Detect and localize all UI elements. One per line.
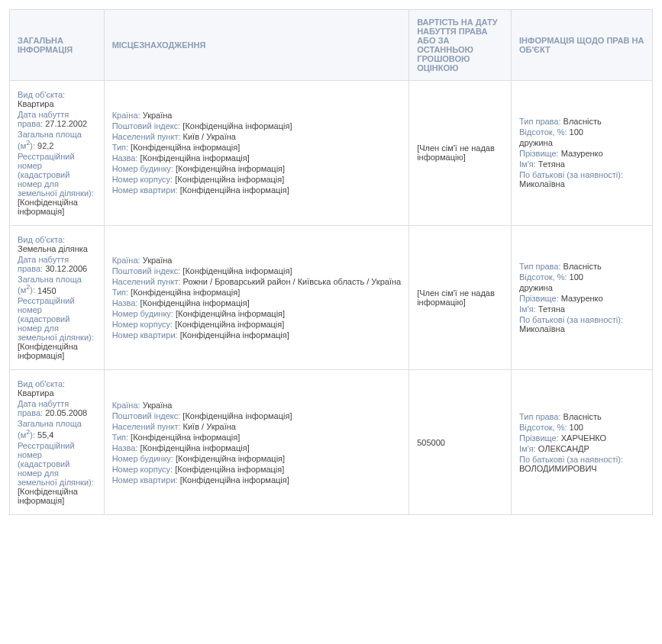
cell-rights: Тип права: Власність Відсоток, %: 100 др… xyxy=(512,225,653,370)
table-row: Вид об'єкта: Квартира Дата набуття права… xyxy=(10,81,653,226)
cell-location: Країна: Україна Поштовий індекс: [Конфід… xyxy=(104,225,409,370)
cell-location: Країна: Україна Поштовий індекс: [Конфід… xyxy=(104,81,409,226)
cell-general: Вид об'єкта: Земельна ділянка Дата набут… xyxy=(10,225,105,370)
cell-cost: 505000 xyxy=(409,370,512,515)
cell-rights: Тип права: Власність Відсоток, %: 100 др… xyxy=(512,81,653,226)
cell-rights: Тип права: Власність Відсоток, %: 100 Пр… xyxy=(512,370,653,515)
table-row: Вид об'єкта: Квартира Дата набуття права… xyxy=(10,370,653,515)
cell-general: Вид об'єкта: Квартира Дата набуття права… xyxy=(10,81,105,226)
cell-location: Країна: Україна Поштовий індекс: [Конфід… xyxy=(104,370,409,515)
property-table: ЗАГАЛЬНА ІНФОРМАЦІЯ МІСЦЕЗНАХОДЖЕННЯ ВАР… xyxy=(9,9,653,515)
header-location: МІСЦЕЗНАХОДЖЕННЯ xyxy=(104,10,409,81)
header-general: ЗАГАЛЬНА ІНФОРМАЦІЯ xyxy=(10,10,105,81)
cell-cost: [Член сім'ї не надав інформацію] xyxy=(409,225,512,370)
cell-cost: [Член сім'ї не надав інформацію] xyxy=(409,81,512,226)
table-row: Вид об'єкта: Земельна ділянка Дата набут… xyxy=(10,225,653,370)
header-cost: ВАРТІСТЬ НА ДАТУ НАБУТТЯ ПРАВА АБО ЗА ОС… xyxy=(409,10,512,81)
header-rights: ІНФОРМАЦІЯ ЩОДО ПРАВ НА ОБ'ЄКТ xyxy=(512,10,653,81)
cell-general: Вид об'єкта: Квартира Дата набуття права… xyxy=(10,370,105,515)
